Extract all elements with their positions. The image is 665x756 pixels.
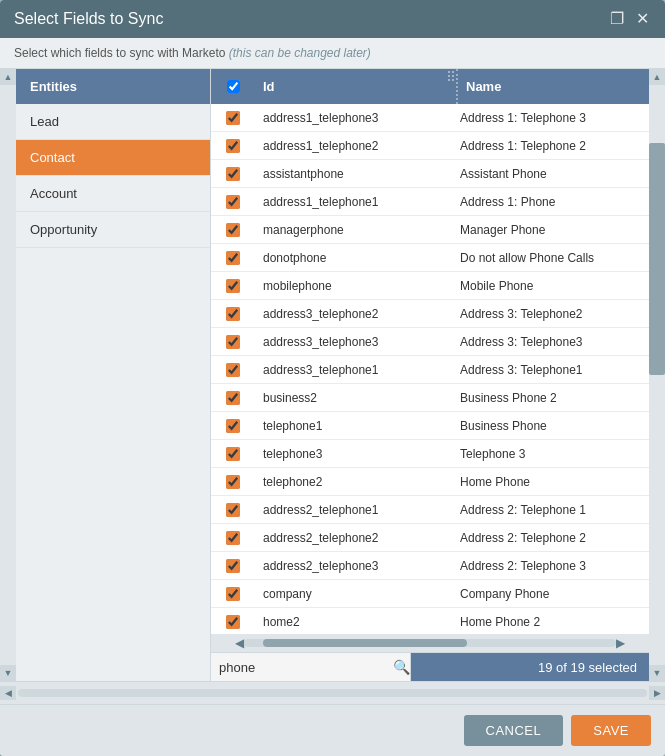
table-row: address2_telephone3Address 2: Telephone … bbox=[211, 552, 649, 580]
title-bar: Select Fields to Sync ❐ ✕ bbox=[0, 0, 665, 38]
row-name: Address 3: Telephone3 bbox=[452, 331, 649, 353]
row-name: Address 2: Telephone 3 bbox=[452, 555, 649, 577]
row-check-cell bbox=[211, 331, 255, 353]
row-id: address1_telephone1 bbox=[255, 191, 452, 213]
main-content: Entities Lead Contact Account Opportunit… bbox=[16, 69, 649, 681]
sidebar-spacer bbox=[16, 248, 210, 681]
footer-actions: CANCEL SAVE bbox=[464, 715, 651, 746]
table-row: business2Business Phone 2 bbox=[211, 384, 649, 412]
row-name: Telephone 3 bbox=[452, 443, 649, 465]
search-area: 🔍 bbox=[211, 653, 411, 681]
table-row: telephone2Home Phone bbox=[211, 468, 649, 496]
search-icon[interactable]: 🔍 bbox=[393, 659, 410, 675]
table-row: donotphoneDo not allow Phone Calls bbox=[211, 244, 649, 272]
subtitle-note: (this can be changed later) bbox=[229, 46, 371, 60]
row-name: Address 1: Phone bbox=[452, 191, 649, 213]
subtitle-bar: Select which fields to sync with Marketo… bbox=[0, 38, 665, 69]
row-check-cell bbox=[211, 359, 255, 381]
hscroll-left-btn[interactable]: ◀ bbox=[235, 636, 244, 650]
row-checkbox[interactable] bbox=[226, 111, 240, 125]
row-checkbox[interactable] bbox=[226, 615, 240, 629]
row-checkbox[interactable] bbox=[226, 167, 240, 181]
row-check-cell bbox=[211, 219, 255, 241]
row-name: Address 3: Telephone1 bbox=[452, 359, 649, 381]
row-check-cell bbox=[211, 275, 255, 297]
sidebar-item-lead[interactable]: Lead bbox=[16, 104, 210, 140]
row-check-cell bbox=[211, 163, 255, 185]
table-row: address3_telephone3Address 3: Telephone3 bbox=[211, 328, 649, 356]
maximize-button[interactable]: ❐ bbox=[608, 11, 626, 27]
row-checkbox[interactable] bbox=[226, 419, 240, 433]
row-checkbox[interactable] bbox=[226, 531, 240, 545]
table-row: telephone3Telephone 3 bbox=[211, 440, 649, 468]
status-area: 19 of 19 selected bbox=[411, 653, 649, 681]
row-checkbox[interactable] bbox=[226, 587, 240, 601]
col-id-header: Id bbox=[255, 69, 446, 104]
sidebar-item-opportunity[interactable]: Opportunity bbox=[16, 212, 210, 248]
search-input[interactable] bbox=[219, 660, 387, 675]
row-checkbox[interactable] bbox=[226, 279, 240, 293]
row-id: address2_telephone2 bbox=[255, 527, 452, 549]
row-checkbox[interactable] bbox=[226, 251, 240, 265]
row-checkbox[interactable] bbox=[226, 475, 240, 489]
row-checkbox[interactable] bbox=[226, 503, 240, 517]
table-row: managerphoneManager Phone bbox=[211, 216, 649, 244]
select-all-cell[interactable] bbox=[211, 69, 255, 104]
left-vscroll-up[interactable]: ▲ bbox=[0, 69, 16, 85]
left-vscrollbar: ▲ ▼ bbox=[0, 69, 16, 681]
dialog-title: Select Fields to Sync bbox=[14, 10, 163, 28]
left-vscroll-down[interactable]: ▼ bbox=[0, 665, 16, 681]
vscroll-track[interactable] bbox=[649, 85, 665, 665]
save-button[interactable]: SAVE bbox=[571, 715, 651, 746]
row-checkbox[interactable] bbox=[226, 307, 240, 321]
row-name: Address 2: Telephone 2 bbox=[452, 527, 649, 549]
row-id: donotphone bbox=[255, 247, 452, 269]
close-button[interactable]: ✕ bbox=[634, 11, 651, 27]
table-header: Id Name bbox=[211, 69, 649, 104]
vscroll-up-btn[interactable]: ▲ bbox=[649, 69, 665, 85]
row-id: address2_telephone1 bbox=[255, 499, 452, 521]
select-all-checkbox[interactable] bbox=[227, 80, 240, 93]
fields-table-body[interactable]: address1_telephone3Address 1: Telephone … bbox=[211, 104, 649, 634]
row-check-cell bbox=[211, 443, 255, 465]
row-id: business2 bbox=[255, 387, 452, 409]
vscroll-down-btn[interactable]: ▼ bbox=[649, 665, 665, 681]
footer-scroll-left[interactable]: ◀ bbox=[0, 686, 16, 700]
hscroll-right-btn[interactable]: ▶ bbox=[616, 636, 625, 650]
left-vscroll-track[interactable] bbox=[0, 85, 16, 665]
row-name: Address 1: Telephone 3 bbox=[452, 107, 649, 129]
select-fields-dialog: Select Fields to Sync ❐ ✕ Select which f… bbox=[0, 0, 665, 756]
sidebar-item-account[interactable]: Account bbox=[16, 176, 210, 212]
hscrollbar: ◀ ▶ bbox=[211, 634, 649, 652]
row-check-cell bbox=[211, 499, 255, 521]
row-name: Company Phone bbox=[452, 583, 649, 605]
row-checkbox[interactable] bbox=[226, 447, 240, 461]
row-checkbox[interactable] bbox=[226, 195, 240, 209]
row-checkbox[interactable] bbox=[226, 139, 240, 153]
row-checkbox[interactable] bbox=[226, 335, 240, 349]
table-row: telephone1Business Phone bbox=[211, 412, 649, 440]
row-check-cell bbox=[211, 387, 255, 409]
col-resize-handle[interactable] bbox=[446, 69, 456, 104]
row-id: telephone1 bbox=[255, 415, 452, 437]
cancel-button[interactable]: CANCEL bbox=[464, 715, 564, 746]
hscroll-track[interactable] bbox=[244, 639, 616, 647]
row-check-cell bbox=[211, 583, 255, 605]
row-id: home2 bbox=[255, 611, 452, 633]
row-id: address3_telephone3 bbox=[255, 331, 452, 353]
entities-sidebar: Entities Lead Contact Account Opportunit… bbox=[16, 69, 211, 681]
row-id: telephone3 bbox=[255, 443, 452, 465]
footer-scroll-right[interactable]: ▶ bbox=[649, 686, 665, 700]
row-checkbox[interactable] bbox=[226, 363, 240, 377]
row-checkbox[interactable] bbox=[226, 391, 240, 405]
table-row: address3_telephone1Address 3: Telephone1 bbox=[211, 356, 649, 384]
subtitle-text: Select which fields to sync with Marketo bbox=[14, 46, 225, 60]
row-checkbox[interactable] bbox=[226, 223, 240, 237]
footer-hscroll: ◀ ▶ bbox=[0, 681, 665, 704]
row-name: Address 1: Telephone 2 bbox=[452, 135, 649, 157]
sidebar-item-contact[interactable]: Contact bbox=[16, 140, 210, 176]
row-checkbox[interactable] bbox=[226, 559, 240, 573]
right-vscrollbar: ▲ ▼ bbox=[649, 69, 665, 681]
footer-scroll-track[interactable] bbox=[18, 689, 647, 697]
row-name: Mobile Phone bbox=[452, 275, 649, 297]
